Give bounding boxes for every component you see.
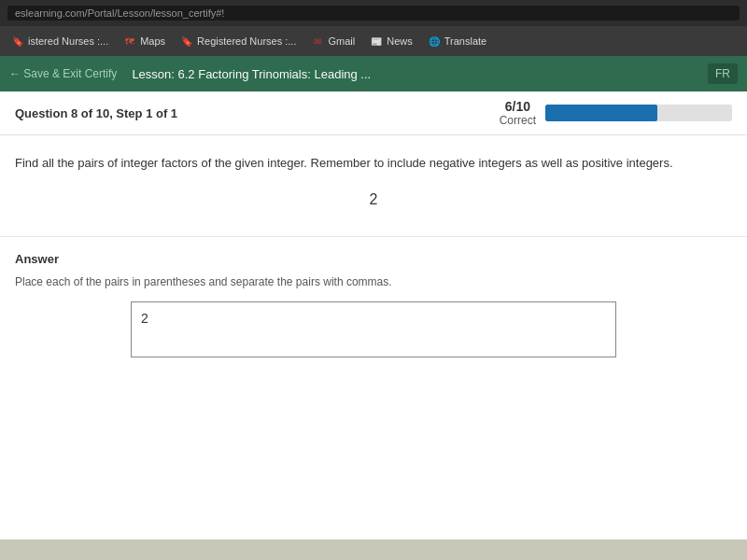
news-icon: 📰	[370, 35, 383, 48]
answer-input-container[interactable]: 2	[131, 301, 616, 357]
url-bar[interactable]: eslearning.com/Portal/Lesson/lesson_cert…	[7, 6, 740, 21]
bookmark-translate[interactable]: 🌐 Translate	[422, 33, 492, 49]
bookmark-label-2: Registered Nurses :...	[197, 35, 296, 47]
lesson-toolbar: ← Save & Exit Certify Lesson: 6.2 Factor…	[0, 56, 747, 91]
gmail-icon: ✉	[311, 35, 324, 48]
url-text: eslearning.com/Portal/Lesson/lesson_cert…	[15, 7, 224, 19]
registered-icon-1: 🔖	[11, 35, 24, 48]
question-header: Question 8 of 10, Step 1 of 1 6/10 Corre…	[0, 91, 747, 135]
bookmark-news-label: News	[387, 35, 413, 47]
question-label: Question 8 of 10, Step 1 of 1	[15, 106, 177, 120]
maps-icon: 🗺	[123, 35, 136, 48]
answer-label: Answer	[15, 252, 732, 266]
answer-instruction: Place each of the pairs in parentheses a…	[15, 275, 732, 288]
score-number: 6/10	[500, 99, 536, 114]
registered-icon-2: 🔖	[180, 35, 193, 48]
question-text: Find all the pairs of integer factors of…	[15, 154, 732, 173]
bookmarks-bar: 🔖 istered Nurses :... 🗺 Maps 🔖 Registere…	[0, 26, 747, 56]
score-section: 6/10 Correct	[500, 99, 732, 127]
answer-input-value: 2	[141, 311, 148, 326]
bookmark-registered-2[interactable]: 🔖 Registered Nurses :...	[175, 33, 302, 49]
question-value: 2	[15, 191, 732, 208]
browser-bar: eslearning.com/Portal/Lesson/lesson_cert…	[0, 0, 747, 26]
bookmark-gmail[interactable]: ✉ Gmail	[305, 33, 360, 49]
bookmark-maps[interactable]: 🗺 Maps	[118, 33, 171, 49]
score-label: Correct	[500, 114, 536, 127]
save-exit-label: ← Save & Exit Certify	[9, 67, 117, 80]
bookmark-translate-label: Translate	[444, 35, 486, 47]
score-display: 6/10 Correct	[500, 99, 536, 127]
main-content: Question 8 of 10, Step 1 of 1 6/10 Corre…	[0, 91, 747, 539]
bookmark-news[interactable]: 📰 News	[364, 33, 418, 49]
bookmark-gmail-label: Gmail	[328, 35, 355, 47]
lesson-title: Lesson: 6.2 Factoring Trinomials: Leadin…	[132, 67, 371, 81]
answer-section: Answer Place each of the pairs in parent…	[0, 237, 747, 372]
progress-bar-fill	[545, 105, 657, 121]
fr-button[interactable]: FR	[708, 63, 738, 84]
question-body: Find all the pairs of integer factors of…	[0, 135, 747, 237]
bookmark-label-1: istered Nurses :...	[28, 35, 108, 47]
progress-bar-container	[545, 105, 732, 121]
bookmark-registered-1[interactable]: 🔖 istered Nurses :...	[6, 33, 114, 49]
page-background	[0, 539, 747, 560]
bookmark-maps-label: Maps	[140, 35, 165, 47]
translate-icon: 🌐	[428, 35, 441, 48]
save-exit-button[interactable]: ← Save & Exit Certify	[9, 67, 117, 80]
